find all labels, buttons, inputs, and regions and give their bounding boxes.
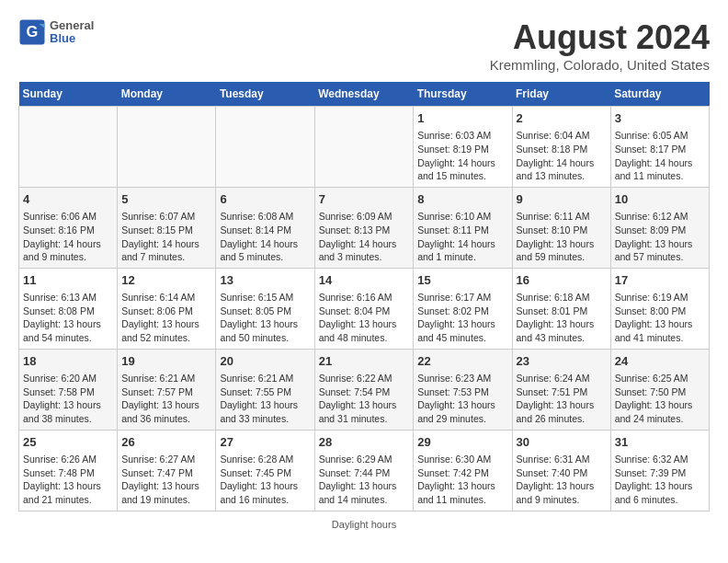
day-number: 22 xyxy=(417,353,507,370)
daylight-label: Daylight hours xyxy=(332,519,396,530)
day-header-thursday: Thursday xyxy=(414,82,512,107)
day-info: Sunrise: 6:11 AM Sunset: 8:10 PM Dayligh… xyxy=(517,210,607,264)
calendar-cell: 18Sunrise: 6:20 AM Sunset: 7:58 PM Dayli… xyxy=(19,349,118,430)
calendar-table: SundayMondayTuesdayWednesdayThursdayFrid… xyxy=(18,82,710,511)
calendar-cell: 11Sunrise: 6:13 AM Sunset: 8:08 PM Dayli… xyxy=(19,268,118,349)
calendar-cell: 24Sunrise: 6:25 AM Sunset: 7:50 PM Dayli… xyxy=(610,349,709,430)
calendar-cell: 12Sunrise: 6:14 AM Sunset: 8:06 PM Dayli… xyxy=(118,268,216,349)
day-number: 4 xyxy=(23,191,113,208)
day-info: Sunrise: 6:21 AM Sunset: 7:57 PM Dayligh… xyxy=(121,372,211,426)
day-info: Sunrise: 6:29 AM Sunset: 7:44 PM Dayligh… xyxy=(319,453,410,507)
day-header-friday: Friday xyxy=(512,82,610,107)
day-info: Sunrise: 6:09 AM Sunset: 8:13 PM Dayligh… xyxy=(319,210,410,264)
logo-icon: G xyxy=(18,18,46,46)
day-number: 1 xyxy=(417,110,507,127)
week-row-4: 18Sunrise: 6:20 AM Sunset: 7:58 PM Dayli… xyxy=(19,349,710,430)
day-info: Sunrise: 6:32 AM Sunset: 7:39 PM Dayligh… xyxy=(615,453,705,507)
calendar-cell: 10Sunrise: 6:12 AM Sunset: 8:09 PM Dayli… xyxy=(610,187,709,268)
day-info: Sunrise: 6:12 AM Sunset: 8:09 PM Dayligh… xyxy=(615,210,705,264)
logo-blue: Blue xyxy=(50,32,94,45)
day-header-sunday: Sunday xyxy=(19,82,118,107)
day-info: Sunrise: 6:05 AM Sunset: 8:17 PM Dayligh… xyxy=(615,129,705,183)
day-number: 24 xyxy=(615,353,705,370)
day-info: Sunrise: 6:17 AM Sunset: 8:02 PM Dayligh… xyxy=(417,291,507,345)
day-number: 2 xyxy=(517,110,607,127)
day-info: Sunrise: 6:23 AM Sunset: 7:53 PM Dayligh… xyxy=(417,372,507,426)
day-number: 14 xyxy=(319,272,410,289)
day-header-wednesday: Wednesday xyxy=(314,82,414,107)
day-info: Sunrise: 6:27 AM Sunset: 7:47 PM Dayligh… xyxy=(121,453,211,507)
day-header-saturday: Saturday xyxy=(610,82,709,107)
day-info: Sunrise: 6:15 AM Sunset: 8:05 PM Dayligh… xyxy=(220,291,310,345)
location: Kremmling, Colorado, United States xyxy=(490,57,710,73)
calendar-cell: 13Sunrise: 6:15 AM Sunset: 8:05 PM Dayli… xyxy=(216,268,314,349)
week-row-3: 11Sunrise: 6:13 AM Sunset: 8:08 PM Dayli… xyxy=(19,268,710,349)
header: G General Blue August 2024 Kremmling, Co… xyxy=(18,18,710,73)
day-info: Sunrise: 6:31 AM Sunset: 7:40 PM Dayligh… xyxy=(517,453,607,507)
day-number: 27 xyxy=(220,434,310,451)
calendar-cell: 25Sunrise: 6:26 AM Sunset: 7:48 PM Dayli… xyxy=(19,430,118,511)
day-number: 13 xyxy=(220,272,310,289)
week-row-2: 4Sunrise: 6:06 AM Sunset: 8:16 PM Daylig… xyxy=(19,187,710,268)
calendar-cell: 16Sunrise: 6:18 AM Sunset: 8:01 PM Dayli… xyxy=(512,268,610,349)
day-number: 26 xyxy=(121,434,211,451)
day-header-monday: Monday xyxy=(118,82,216,107)
svg-text:G: G xyxy=(27,23,39,40)
days-header-row: SundayMondayTuesdayWednesdayThursdayFrid… xyxy=(19,82,710,107)
day-number: 23 xyxy=(517,353,607,370)
week-row-1: 1Sunrise: 6:03 AM Sunset: 8:19 PM Daylig… xyxy=(19,107,710,188)
footer: Daylight hours xyxy=(18,519,710,530)
day-info: Sunrise: 6:28 AM Sunset: 7:45 PM Dayligh… xyxy=(220,453,310,507)
day-info: Sunrise: 6:22 AM Sunset: 7:54 PM Dayligh… xyxy=(319,372,410,426)
day-number: 6 xyxy=(220,191,310,208)
calendar-cell: 20Sunrise: 6:21 AM Sunset: 7:55 PM Dayli… xyxy=(216,349,314,430)
day-number: 5 xyxy=(121,191,211,208)
day-info: Sunrise: 6:26 AM Sunset: 7:48 PM Dayligh… xyxy=(23,453,113,507)
day-number: 28 xyxy=(319,434,410,451)
day-number: 12 xyxy=(121,272,211,289)
day-number: 8 xyxy=(417,191,507,208)
calendar-cell: 21Sunrise: 6:22 AM Sunset: 7:54 PM Dayli… xyxy=(314,349,414,430)
logo-general: General xyxy=(50,19,94,32)
calendar-cell: 17Sunrise: 6:19 AM Sunset: 8:00 PM Dayli… xyxy=(610,268,709,349)
calendar-cell: 31Sunrise: 6:32 AM Sunset: 7:39 PM Dayli… xyxy=(610,430,709,511)
calendar-cell: 26Sunrise: 6:27 AM Sunset: 7:47 PM Dayli… xyxy=(118,430,216,511)
day-info: Sunrise: 6:03 AM Sunset: 8:19 PM Dayligh… xyxy=(417,129,507,183)
calendar-cell xyxy=(314,107,414,188)
calendar-cell: 7Sunrise: 6:09 AM Sunset: 8:13 PM Daylig… xyxy=(314,187,414,268)
title-area: August 2024 Kremmling, Colorado, United … xyxy=(490,18,710,73)
day-number: 16 xyxy=(517,272,607,289)
day-info: Sunrise: 6:10 AM Sunset: 8:11 PM Dayligh… xyxy=(417,210,507,264)
day-info: Sunrise: 6:24 AM Sunset: 7:51 PM Dayligh… xyxy=(517,372,607,426)
day-info: Sunrise: 6:06 AM Sunset: 8:16 PM Dayligh… xyxy=(23,210,113,264)
calendar-cell: 8Sunrise: 6:10 AM Sunset: 8:11 PM Daylig… xyxy=(414,187,512,268)
day-number: 30 xyxy=(517,434,607,451)
calendar-cell xyxy=(216,107,314,188)
day-info: Sunrise: 6:18 AM Sunset: 8:01 PM Dayligh… xyxy=(517,291,607,345)
day-info: Sunrise: 6:08 AM Sunset: 8:14 PM Dayligh… xyxy=(220,210,310,264)
day-number: 11 xyxy=(23,272,113,289)
calendar-cell xyxy=(19,107,118,188)
calendar-cell: 27Sunrise: 6:28 AM Sunset: 7:45 PM Dayli… xyxy=(216,430,314,511)
calendar-cell: 14Sunrise: 6:16 AM Sunset: 8:04 PM Dayli… xyxy=(314,268,414,349)
calendar-cell: 28Sunrise: 6:29 AM Sunset: 7:44 PM Dayli… xyxy=(314,430,414,511)
day-info: Sunrise: 6:04 AM Sunset: 8:18 PM Dayligh… xyxy=(517,129,607,183)
month-year: August 2024 xyxy=(490,18,710,57)
calendar-cell xyxy=(118,107,216,188)
day-number: 21 xyxy=(319,353,410,370)
calendar-cell: 30Sunrise: 6:31 AM Sunset: 7:40 PM Dayli… xyxy=(512,430,610,511)
day-header-tuesday: Tuesday xyxy=(216,82,314,107)
calendar-cell: 19Sunrise: 6:21 AM Sunset: 7:57 PM Dayli… xyxy=(118,349,216,430)
day-info: Sunrise: 6:19 AM Sunset: 8:00 PM Dayligh… xyxy=(615,291,705,345)
calendar-cell: 4Sunrise: 6:06 AM Sunset: 8:16 PM Daylig… xyxy=(19,187,118,268)
day-number: 31 xyxy=(615,434,705,451)
day-info: Sunrise: 6:13 AM Sunset: 8:08 PM Dayligh… xyxy=(23,291,113,345)
day-info: Sunrise: 6:16 AM Sunset: 8:04 PM Dayligh… xyxy=(319,291,410,345)
day-number: 7 xyxy=(319,191,410,208)
day-number: 18 xyxy=(23,353,113,370)
day-number: 17 xyxy=(615,272,705,289)
calendar-cell: 3Sunrise: 6:05 AM Sunset: 8:17 PM Daylig… xyxy=(610,107,709,188)
day-number: 20 xyxy=(220,353,310,370)
day-number: 9 xyxy=(517,191,607,208)
day-number: 19 xyxy=(121,353,211,370)
